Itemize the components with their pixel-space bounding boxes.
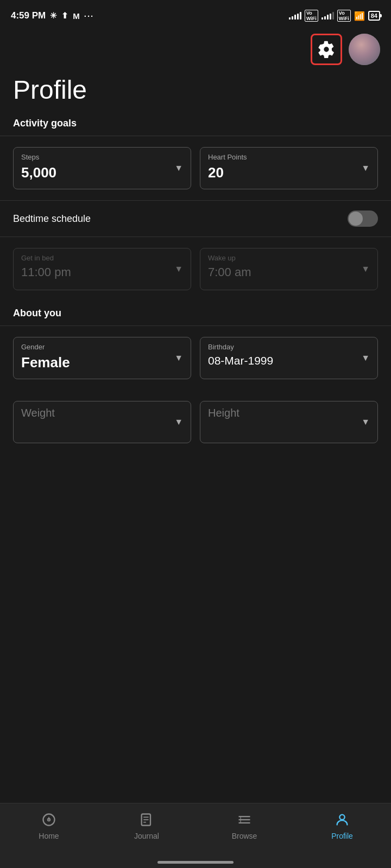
- gender-label: Gender: [21, 343, 183, 351]
- height-placeholder: Height: [208, 407, 370, 419]
- wake-up-value: 7:00 am: [208, 265, 370, 279]
- profile-icon: [333, 811, 351, 828]
- more-icon: ···: [84, 11, 94, 21]
- weight-placeholder: Weight: [21, 407, 183, 419]
- hashtag-icon: ✳: [50, 11, 57, 21]
- nav-label-profile: Profile: [331, 832, 353, 840]
- goals-field-row: Steps 5,000 ▼ Heart Points 20 ▼: [0, 136, 391, 200]
- height-chevron-icon: ▼: [361, 417, 370, 427]
- sleep-field-row: Get in bed 11:00 pm ▼ Wake up 7:00 am ▼: [0, 237, 391, 301]
- bedtime-toggle[interactable]: [348, 210, 378, 227]
- heart-points-chevron-icon: ▼: [361, 163, 370, 173]
- heart-points-value: 20: [208, 164, 370, 181]
- about-you-heading: About you: [0, 303, 391, 326]
- gender-chevron-icon: ▼: [174, 353, 183, 363]
- signal-bars-2: [321, 12, 334, 20]
- journal-icon: [138, 811, 155, 828]
- vo-wifi-label-1: VoWiFi: [305, 10, 318, 22]
- avatar[interactable]: [349, 34, 380, 65]
- status-icons: VoWiFi VoWiFi 📶 84: [289, 10, 380, 22]
- wake-up-chevron-icon: ▼: [361, 264, 370, 274]
- activity-goals-heading: Activity goals: [0, 113, 391, 136]
- get-in-bed-chevron-icon: ▼: [174, 264, 183, 274]
- weight-dropdown[interactable]: Weight ▼: [13, 401, 191, 443]
- nav-label-browse: Browse: [232, 832, 257, 840]
- toggle-knob: [349, 212, 363, 226]
- gender-dropdown[interactable]: Gender Female ▼: [13, 337, 191, 379]
- get-in-bed-value: 11:00 pm: [21, 265, 183, 279]
- gender-value: Female: [21, 354, 183, 371]
- weight-height-row: Weight ▼ Height ▼: [0, 390, 391, 454]
- vo-wifi-label-2: VoWiFi: [337, 10, 351, 22]
- height-dropdown[interactable]: Height ▼: [200, 401, 378, 443]
- bedtime-label: Bedtime schedule: [13, 213, 91, 225]
- gender-birthday-row: Gender Female ▼ Birthday 08-Mar-1999 ▼: [0, 326, 391, 390]
- nav-item-profile[interactable]: Profile: [293, 811, 391, 840]
- get-in-bed-label: Get in bed: [21, 254, 183, 262]
- settings-button[interactable]: [311, 34, 342, 65]
- browse-icon: [236, 811, 253, 828]
- nav-item-home[interactable]: Home: [0, 811, 98, 840]
- get-in-bed-dropdown[interactable]: Get in bed 11:00 pm ▼: [13, 248, 191, 290]
- wifi-icon: 📶: [354, 11, 365, 21]
- home-icon: [40, 811, 58, 828]
- status-time: 4:59 PM ✳ ⬆ M ···: [11, 10, 94, 21]
- weight-chevron-icon: ▼: [174, 417, 183, 427]
- header: [0, 28, 391, 71]
- birthday-dropdown[interactable]: Birthday 08-Mar-1999 ▼: [200, 337, 378, 379]
- gear-icon: [318, 41, 335, 58]
- svg-point-10: [339, 815, 344, 820]
- page-title: Profile: [0, 71, 391, 113]
- birthday-chevron-icon: ▼: [361, 353, 370, 363]
- signal-bars: [289, 12, 301, 20]
- steps-dropdown[interactable]: Steps 5,000 ▼: [13, 147, 191, 189]
- nav-item-journal[interactable]: Journal: [98, 811, 195, 840]
- activity-goals-section: Activity goals Steps 5,000 ▼ Heart Point…: [0, 113, 391, 301]
- upload-icon: ⬆: [61, 11, 68, 21]
- bedtime-schedule-row: Bedtime schedule: [0, 201, 391, 237]
- nav-item-browse[interactable]: Browse: [195, 811, 293, 840]
- wake-up-dropdown[interactable]: Wake up 7:00 am ▼: [200, 248, 378, 290]
- about-you-section: About you Gender Female ▼ Birthday 08-Ma…: [0, 301, 391, 454]
- nav-label-journal: Journal: [134, 832, 159, 840]
- mail-icon: M: [73, 11, 80, 21]
- nav-label-home: Home: [39, 832, 59, 840]
- birthday-label: Birthday: [208, 343, 370, 351]
- birthday-value: 08-Mar-1999: [208, 354, 370, 367]
- wake-up-label: Wake up: [208, 254, 370, 262]
- heart-points-label: Heart Points: [208, 153, 370, 161]
- steps-chevron-icon: ▼: [174, 163, 183, 173]
- battery-icon: 84: [368, 11, 380, 21]
- bottom-nav: Home Journal Browse: [0, 803, 391, 868]
- status-bar: 4:59 PM ✳ ⬆ M ··· VoWiFi VoWiFi 📶 84: [0, 0, 391, 28]
- steps-label: Steps: [21, 153, 183, 161]
- steps-value: 5,000: [21, 164, 183, 181]
- heart-points-dropdown[interactable]: Heart Points 20 ▼: [200, 147, 378, 189]
- home-indicator: [157, 861, 234, 864]
